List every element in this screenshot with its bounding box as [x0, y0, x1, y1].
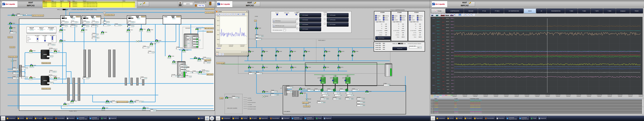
nb-pumps-value[interactable]: 7 — [283, 29, 286, 31]
taskbar-button-commands[interactable]: Commands Sequences CB — [88, 116, 100, 121]
cc-graph-link[interactable]: Graph 3100A: 3110 — [410, 21, 418, 22]
tab-trends[interactable]: Trends — [431, 9, 446, 13]
taskbar-button-compressors[interactable]: Compressors — [220, 116, 231, 121]
nav-label-regeneration-skid[interactable]: Regeneration skid — [42, 62, 51, 64]
vlp-enable-button-2[interactable]: ✔VLP2 Enable — [300, 18, 321, 22]
nav-label-lp-cb-outlet[interactable]: LP CB outlet — [303, 105, 310, 107]
popup-home-icon[interactable]: ◆ — [216, 53, 218, 56]
nav-label-to-safe-location[interactable]: To safe location — [204, 27, 214, 29]
axis-header-P[interactable]: P — [431, 15, 433, 16]
graph-link-row[interactable]: Graph 3400:3400 — [375, 47, 385, 48]
popup-chart-icon[interactable]: ✕ — [219, 53, 221, 56]
info-button[interactable]: ℹ — [210, 116, 214, 121]
popup-tool-icon[interactable]: ▶ — [218, 13, 221, 16]
tab-vacuum[interactable]: VACUUM — [464, 9, 478, 13]
trend-popup-lt5300[interactable]: LT5300✕▤▶⊙⊕⊖⊘✥⇅▦◷❚❚60.3060.2060.1060.005… — [215, 10, 248, 56]
taskbar-button-cold-box[interactable]: Cold box — [446, 116, 455, 121]
taskbar-button-commands[interactable]: Commands Sequences WCS — [506, 116, 518, 121]
legend-row[interactable]: 10EH-354539.00 [L]4/29/2025 12:53:06 PM … — [430, 108, 642, 110]
graph-link-row[interactable]: Graph 3000:3020 — [375, 43, 385, 44]
available-checkbox[interactable] — [296, 23, 298, 25]
taskbar-button-2k-system[interactable]: 2K system — [464, 116, 473, 121]
legend-scrollbar[interactable]: ▲▼ — [642, 98, 644, 114]
surge-ccs-button[interactable]: Surge CCs — [392, 47, 407, 50]
popup-tool-icon[interactable]: ◷ — [240, 13, 242, 16]
nav-label-lp-wcs[interactable]: LP WCS — [206, 31, 213, 33]
legend-row[interactable]: 4CV3482100.00 [L]4/29/2025 12:53:26 PM [… — [430, 100, 642, 101]
nav-label-turbine-gas-bearings[interactable]: Turbine Gas bearings — [32, 15, 44, 16]
vlp-enable-button-5[interactable]: ✔VLP5 Enable — [327, 13, 348, 17]
popup-tool-icon[interactable]: ⊘ — [229, 13, 232, 16]
legend-row[interactable]: 13EH-328832.80 [L]4/29/2025 12:53:36 PM … — [430, 112, 642, 114]
legend-row[interactable]: 5LT530057.364/29/2025 12:53:21 PM — [430, 101, 642, 103]
taskbar-button-commands[interactable]: Commands Sequences CB — [518, 116, 530, 121]
tab-compressors[interactable]: COMPRESSORS — [446, 9, 464, 13]
cc-graph-link[interactable]: Graph 3100B: 3110 — [393, 21, 402, 22]
nav-label-lp[interactable]: LP — [254, 20, 257, 22]
chart-tool-icon-10[interactable]: ❚❚ — [459, 14, 461, 16]
taskbar-button-trends[interactable]: Trends — [315, 116, 322, 121]
taskbar-button-parameters[interactable]: Parameters — [280, 116, 290, 121]
vlp-enable-button-7[interactable]: ✔VLP7 Enable — [327, 22, 348, 27]
tab-2k[interactable]: 2K — [536, 9, 546, 13]
cc-graph-link[interactable]: Graph 3100C: 3110 — [376, 21, 384, 22]
taskbar-button-regeneration[interactable]: Regeneration — [43, 116, 54, 121]
pvps-remote-local-button[interactable]: ▶PVPS Remote Local — [273, 24, 296, 28]
nav-label-wcs-lp[interactable]: WCS LP — [8, 36, 13, 38]
taskbar-button-parameters[interactable]: Parameters — [66, 116, 76, 121]
legend-row[interactable]: 7ST356035904/29/2025 12:52:51 PM — [430, 104, 642, 105]
available-checkbox[interactable] — [296, 28, 298, 29]
taskbar-button-turbines[interactable]: Turbines — [25, 116, 34, 121]
pvps-reset-button[interactable]: ▶PVPS Reset — [273, 19, 296, 23]
vlp-enable-button-4[interactable]: ✔VLP4 Enable — [300, 27, 321, 31]
taskbar-button-documentation[interactable]: Documentation — [269, 116, 280, 121]
turbines-nav-button[interactable]: Turbines — [141, 16, 146, 17]
taskbar-button-sequences[interactable]: Sequences — [108, 116, 118, 121]
chart-tool-icon-12[interactable]: ▥ — [464, 14, 467, 16]
nav-label-cooling-water[interactable]: Cooling water — [216, 62, 225, 64]
available-checkbox[interactable] — [296, 14, 298, 15]
nav-label-regeneration-skid[interactable]: Regeneration skid — [42, 88, 51, 89]
taskbar-home-button[interactable]: ⌂ — [1, 116, 6, 121]
taskbar-button-commands[interactable]: Commands Sequences WCS — [291, 116, 303, 121]
taskbar-button-cold-box[interactable]: Cold box — [232, 116, 240, 121]
nav-label-thermal-shields[interactable]: Thermal shields — [205, 8, 214, 10]
alarm-horn-button[interactable] — [469, 2, 475, 7]
chart-tool-icon-14[interactable]: ◉ — [470, 14, 472, 16]
taskbar-home-button[interactable]: ⌂ — [430, 116, 435, 121]
turbines-nav-button[interactable]: Turbines — [76, 16, 80, 17]
cc-setpoint-value[interactable]: 25.00 — [398, 43, 403, 44]
turbines-nav-button[interactable]: Turbines — [96, 16, 100, 17]
tab-cb-4k[interactable]: CB 4K — [524, 9, 536, 13]
taskbar-button-2k-system[interactable]: 2K system — [248, 116, 258, 121]
legend-row[interactable]: 11EH348467.00 [L]4/29/2025 12:53:16 PM [… — [430, 109, 642, 111]
vlp-enable-button-6[interactable]: ✔VLP6 Enable — [327, 18, 348, 22]
chart-tool-icon-13[interactable]: ◈ — [467, 14, 470, 16]
turbines-nav-button[interactable]: Turbines — [176, 16, 180, 17]
cold-compressor-motor-CC3220[interactable] — [333, 77, 338, 84]
available-checkbox[interactable] — [324, 18, 326, 20]
popup-tool-icon[interactable]: ✥ — [232, 13, 234, 16]
axis-header-%-bis[interactable]: % bis — [445, 15, 449, 16]
chart-tool-icon-11[interactable]: ⎙ — [462, 14, 464, 16]
legend-row[interactable]: 6ST353020034/29/2025 12:53:10 PM — [430, 102, 642, 104]
taskbar-button-documentation[interactable]: Documentation — [54, 116, 66, 121]
chart-tool-icon-15[interactable]: ✎ — [473, 14, 475, 16]
available-checkbox[interactable] — [324, 14, 326, 15]
available-checkbox[interactable] — [296, 18, 298, 20]
legend-row[interactable]: 8ST357019934/29/2025 12:52:44 PM — [430, 105, 642, 107]
chart-tool-icon-1[interactable]: ⊙ — [434, 14, 436, 16]
taskbar-button-parameters[interactable]: Parameters — [496, 116, 505, 121]
axis-header-Speed[interactable]: Speed — [441, 15, 445, 16]
nav-label-to-cooldown-return[interactable]: To Cooldown Return — [104, 14, 114, 16]
tab-t-3570[interactable]: T 3570 — [590, 9, 603, 13]
popup-title-bar[interactable]: LT5300✕ — [216, 11, 248, 13]
graph-link-row[interactable]: Graph 3200:3200 — [375, 45, 385, 46]
axis-header-P-bis[interactable]: P bis — [450, 15, 454, 16]
legend-row[interactable]: 9ST359015394/29/2025 12:53:28 PM — [430, 107, 642, 108]
taskbar-button-commands[interactable]: Commands Sequences WCS — [76, 116, 88, 121]
popup-tool-icon[interactable]: ⊕ — [224, 13, 226, 16]
nav-label-thermal-shields[interactable]: Thermal shields — [205, 12, 214, 13]
popup-close-button[interactable]: ✕ — [246, 11, 248, 12]
nav-label-2k-vessel[interactable]: 2K vessel — [204, 59, 211, 61]
